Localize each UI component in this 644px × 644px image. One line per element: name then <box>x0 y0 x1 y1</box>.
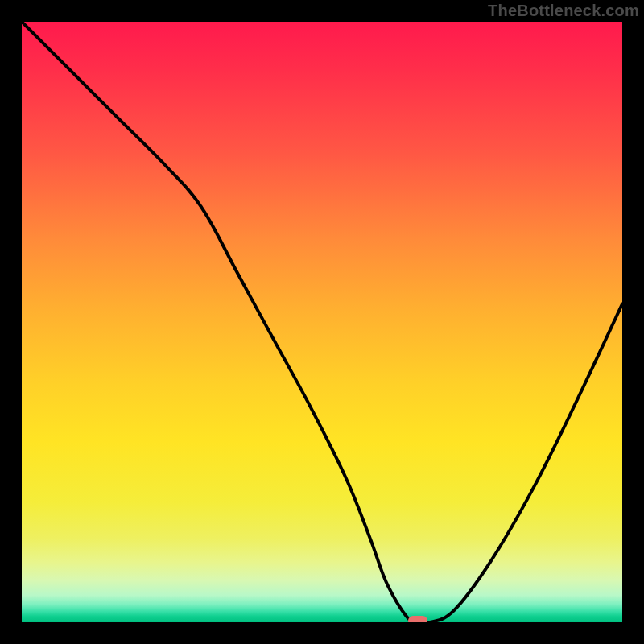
curve-svg <box>22 22 622 622</box>
chart-frame: TheBottleneck.com <box>0 0 644 644</box>
optimal-point-marker <box>408 616 427 622</box>
plot-area <box>22 22 622 622</box>
bottleneck-curve <box>22 22 622 622</box>
watermark-text: TheBottleneck.com <box>488 2 639 20</box>
